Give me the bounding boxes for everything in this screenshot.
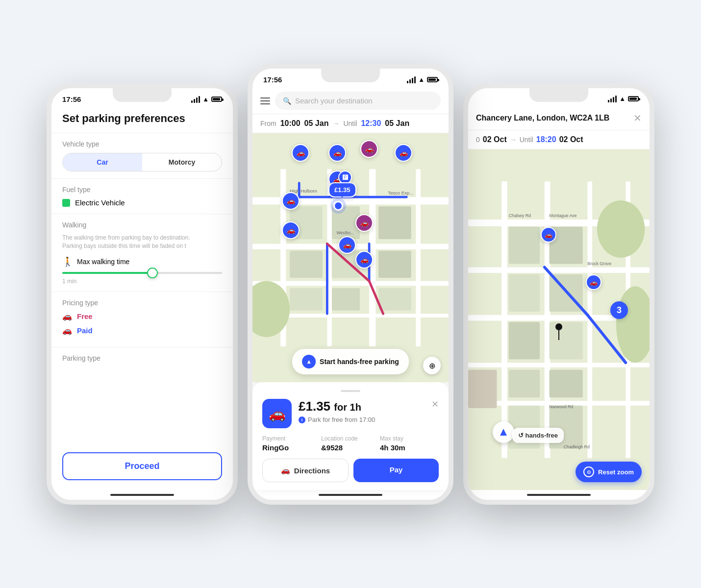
payment-col: Payment RingGo: [262, 435, 321, 452]
right-from-label: 0: [476, 136, 480, 144]
center-wifi-icon: ▲: [418, 76, 425, 83]
center-signal-icon: [407, 76, 416, 83]
close-card-button[interactable]: ✕: [431, 399, 439, 410]
reset-zoom-button[interactable]: ⊙ Reset zoom: [576, 462, 642, 482]
park-marker-8[interactable]: 🚗: [282, 221, 300, 239]
hamburger-menu[interactable]: [260, 98, 270, 104]
count-value: 3: [617, 305, 622, 316]
center-content: 🔍 Search your destination From 10:00 05 …: [252, 88, 449, 500]
paid-car-icon: 🚗: [62, 326, 72, 335]
until-time: 12:30: [361, 119, 381, 128]
free-label: Free: [77, 312, 93, 320]
svg-rect-33: [468, 267, 650, 273]
left-status-bar: 17:56 ✈ ▲: [51, 88, 233, 107]
directions-label: Directions: [294, 466, 330, 475]
date-row: From 10:00 05 Jan → Until 12:30 05 Jan: [252, 114, 449, 133]
from-time: 10:00: [280, 119, 300, 128]
free-pricing[interactable]: 🚗 Free: [62, 312, 222, 321]
location-button[interactable]: ⊕: [423, 357, 441, 374]
right-marker-2[interactable]: 🚗: [586, 274, 601, 290]
svg-text:Tesco Exp...: Tesco Exp...: [388, 190, 413, 196]
right-marker-1[interactable]: 🚗: [541, 227, 556, 243]
from-date: 05 Jan: [304, 119, 329, 128]
search-placeholder: Search your destination: [295, 97, 373, 105]
pin-stem: [558, 330, 559, 340]
right-until-time: 18:20: [536, 135, 556, 144]
navigation-button[interactable]: [493, 421, 514, 443]
pricing-label: Pricing type: [62, 299, 222, 307]
park-marker-4[interactable]: 🚗: [395, 144, 412, 162]
svg-text:Montague Ave: Montague Ave: [550, 213, 577, 218]
walking-slider[interactable]: [62, 272, 222, 274]
left-home-indicator: [51, 490, 233, 500]
park-marker-2[interactable]: 🚗: [328, 144, 346, 162]
park-marker-7[interactable]: 🚗: [282, 192, 300, 210]
svg-rect-11: [378, 206, 411, 239]
search-input-wrap[interactable]: 🔍 Search your destination: [275, 92, 441, 110]
paid-pricing[interactable]: 🚗 Paid: [62, 326, 222, 335]
svg-rect-13: [332, 251, 360, 278]
center-map[interactable]: High Holborn Westbo... Tesco Exp... 🚗 🚗 …: [252, 133, 449, 382]
slider-min: 1 min: [62, 278, 222, 285]
card-top: 🚗 £1.35 for 1h i Park for free from 17:0…: [262, 399, 439, 428]
slider-thumb[interactable]: [147, 268, 158, 278]
pay-button[interactable]: Pay: [353, 459, 439, 482]
arrow-icon: →: [332, 120, 339, 127]
close-location-button[interactable]: ✕: [633, 112, 642, 124]
right-map[interactable]: Chalsey Rd Montague Ave Brock Grove Narw…: [468, 149, 650, 490]
payment-value: RingGo: [262, 443, 321, 452]
card-price: £1.35 for 1h: [299, 399, 425, 414]
battery-icon: [211, 97, 222, 102]
directions-button[interactable]: 🚗 Directions: [262, 459, 349, 482]
count-badge: 3: [610, 301, 628, 319]
nav-icon: ▲: [302, 355, 316, 368]
price-duration: for 1h: [334, 402, 361, 413]
svg-rect-35: [468, 363, 650, 368]
wifi-icon: ▲: [202, 96, 209, 103]
park-marker-purple[interactable]: 🚗: [355, 214, 373, 232]
left-location-icon: ✈: [134, 96, 139, 103]
free-from-text: Park for free from 17:00: [308, 416, 375, 423]
right-hands-free-label[interactable]: ↺ hands-free: [512, 428, 564, 443]
vehicle-type-section: Vehicle type Car Motorcy: [51, 133, 233, 178]
car-toggle[interactable]: Car: [63, 153, 142, 171]
card-drag-handle[interactable]: [341, 390, 360, 392]
hands-free-button[interactable]: ▲ Start hands-free parking: [292, 349, 409, 374]
parking-type-label: Parking type: [62, 354, 222, 362]
walking-icon: 🚶: [62, 256, 73, 267]
info-icon: i: [299, 416, 305, 423]
phones-container: 17:56 ✈ ▲ Set parking preference: [32, 24, 669, 564]
fuel-row: Electric Vehicle: [62, 198, 222, 207]
price-value: £1.35: [299, 399, 330, 414]
walking-section: Walking The walking time from parking ba…: [51, 214, 233, 292]
user-location: [333, 201, 343, 211]
vehicle-type-label: Vehicle type: [62, 140, 222, 148]
left-status-icons: ▲: [191, 96, 222, 103]
hands-free-label: Start hands-free parking: [320, 358, 399, 366]
pin-head: [555, 323, 562, 330]
park-marker-3[interactable]: 🚗: [360, 140, 378, 158]
park-marker-10[interactable]: 🚗: [355, 251, 373, 269]
right-arrow-icon: →: [510, 136, 517, 144]
selected-price-marker[interactable]: £1.35: [328, 182, 356, 197]
svg-rect-41: [509, 227, 540, 264]
max-walking-label: Max walking time: [77, 258, 129, 266]
park-marker-9[interactable]: 🚗: [338, 236, 356, 254]
walking-label: Walking: [62, 221, 222, 229]
right-battery-icon: [628, 96, 639, 101]
card-buttons: 🚗 Directions Pay: [262, 459, 439, 482]
svg-text:Westbo...: Westbo...: [336, 230, 354, 235]
vehicle-toggle[interactable]: Car Motorcy: [62, 153, 222, 172]
motorcycle-toggle[interactable]: Motorcy: [142, 153, 222, 171]
map-pin: [555, 323, 562, 340]
center-home-indicator: [252, 490, 449, 500]
svg-rect-16: [332, 288, 360, 311]
svg-rect-8: [416, 169, 421, 346]
park-marker-1[interactable]: 🚗: [292, 144, 309, 162]
center-home-bar: [319, 494, 382, 496]
svg-rect-14: [378, 251, 411, 278]
signal-icon: [191, 96, 200, 103]
proceed-button[interactable]: Proceed: [62, 452, 222, 480]
svg-rect-48: [550, 370, 583, 397]
reset-zoom-label: Reset zoom: [598, 468, 634, 476]
